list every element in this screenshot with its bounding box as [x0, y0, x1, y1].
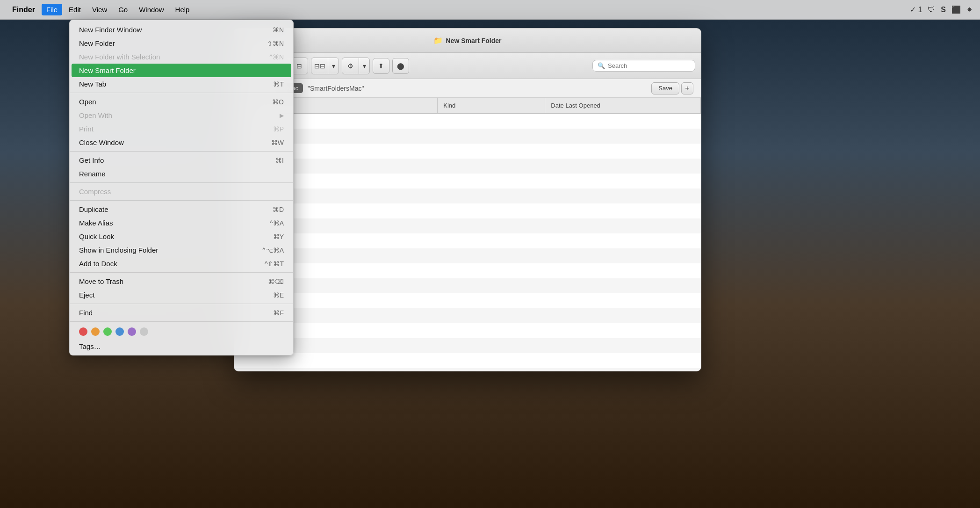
- menu-item-show-enclosing[interactable]: Show in Enclosing Folder ^⌥⌘A: [70, 243, 293, 257]
- add-button[interactable]: +: [681, 82, 693, 94]
- menu-item-label: Move to Trash: [79, 277, 123, 285]
- menubar-finder[interactable]: Finder: [7, 4, 40, 16]
- search-scope-text: "SmartFoldersMac": [308, 85, 364, 92]
- menu-item-new-tab[interactable]: New Tab ⌘T: [70, 77, 293, 91]
- menu-separator-3: [70, 182, 293, 183]
- menu-item-label: New Tab: [79, 80, 106, 88]
- menu-item-shortcut: ⌘T: [273, 80, 284, 88]
- tag-red[interactable]: [79, 327, 87, 336]
- view-options-dropdown-btn[interactable]: ▾: [328, 58, 339, 74]
- tag-blue[interactable]: [115, 327, 124, 336]
- tag-purple[interactable]: [128, 327, 136, 336]
- table-body: [234, 114, 701, 371]
- menu-item-add-to-dock[interactable]: Add to Dock ^⇧⌘T: [70, 257, 293, 270]
- menu-item-label: Add to Dock: [79, 260, 117, 268]
- save-button[interactable]: Save: [651, 82, 679, 94]
- shield-icon[interactable]: 🛡: [928, 6, 935, 14]
- menu-item-new-smart-folder[interactable]: New Smart Folder: [72, 64, 291, 77]
- window-title-text: New Smart Folder: [446, 37, 501, 44]
- menu-item-new-finder-window[interactable]: New Finder Window ⌘N: [70, 23, 293, 36]
- menu-item-tags[interactable]: Tags…: [70, 341, 293, 352]
- tag-orange[interactable]: [91, 327, 100, 336]
- menu-item-get-info[interactable]: Get Info ⌘I: [70, 153, 293, 167]
- search-bar[interactable]: 🔍: [592, 60, 695, 72]
- menu-item-make-alias[interactable]: Make Alias ^⌘A: [70, 216, 293, 230]
- menu-separator-7: [70, 321, 293, 322]
- menubar-view[interactable]: View: [87, 4, 112, 15]
- menu-item-shortcut: ⌘⌫: [268, 278, 284, 285]
- search-input[interactable]: [608, 62, 690, 69]
- menu-item-label: New Finder Window: [79, 26, 142, 34]
- screen-icon[interactable]: ⬛: [951, 5, 961, 14]
- menu-item-label: New Folder: [79, 39, 115, 47]
- menu-item-open[interactable]: Open ⌘O: [70, 95, 293, 109]
- table-header: Name ▲ Kind Date Last Opened: [234, 98, 701, 114]
- menu-item-label: Open: [79, 98, 96, 106]
- menu-item-shortcut: ⌘D: [273, 206, 284, 213]
- dots-icon[interactable]: ⁕: [966, 5, 973, 14]
- search-actions: Save +: [651, 82, 693, 94]
- share-btn[interactable]: ⬆: [373, 58, 389, 74]
- menu-item-shortcut: ⌘O: [272, 98, 284, 106]
- menu-item-new-folder[interactable]: New Folder ⇧⌘N: [70, 36, 293, 50]
- menu-separator-4: [70, 200, 293, 201]
- menu-item-label: Print: [79, 125, 94, 133]
- menu-item-label: Compress: [79, 188, 111, 196]
- column-kind-label: Kind: [443, 102, 455, 109]
- menu-item-shortcut: ⌘I: [275, 157, 284, 164]
- menubar: Finder File Edit View Go Window Help ✓ 1…: [0, 0, 980, 20]
- s-icon[interactable]: S: [941, 6, 946, 14]
- menu-separator-2: [70, 151, 293, 152]
- window-titlebar: 📁 New Smart Folder: [234, 29, 701, 53]
- menu-item-find[interactable]: Find ⌘F: [70, 306, 293, 319]
- tags-section: [70, 324, 293, 340]
- menu-item-label: Close Window: [79, 138, 124, 146]
- menubar-window[interactable]: Window: [134, 4, 168, 15]
- column-date[interactable]: Date Last Opened: [545, 98, 701, 113]
- menu-item-shortcut: ^⌘A: [270, 219, 284, 227]
- menubar-file[interactable]: File: [42, 4, 62, 15]
- gear-btn[interactable]: ⚙: [342, 58, 359, 74]
- menu-item-eject[interactable]: Eject ⌘E: [70, 288, 293, 302]
- menu-item-print[interactable]: Print ⌘P: [70, 122, 293, 136]
- menu-item-new-folder-selection[interactable]: New Folder with Selection ^⌘N: [70, 50, 293, 64]
- menu-item-label: Duplicate: [79, 205, 108, 213]
- smart-folder-icon: 📁: [433, 36, 443, 45]
- menubar-help[interactable]: Help: [171, 4, 195, 15]
- menu-item-close-window[interactable]: Close Window ⌘W: [70, 136, 293, 149]
- tag-gray[interactable]: [140, 327, 148, 336]
- menu-item-move-to-trash[interactable]: Move to Trash ⌘⌫: [70, 275, 293, 288]
- menu-separator-5: [70, 272, 293, 273]
- menu-item-label: Make Alias: [79, 219, 113, 227]
- menu-separator-1: [70, 93, 293, 93]
- tag-btn[interactable]: ⬤: [392, 58, 409, 74]
- menubar-left: Finder File Edit View Go Window Help: [7, 4, 194, 16]
- menu-item-shortcut: ⌘F: [273, 309, 284, 317]
- menubar-edit[interactable]: Edit: [64, 4, 86, 15]
- menu-item-duplicate[interactable]: Duplicate ⌘D: [70, 203, 293, 216]
- view-options-group: ⊟⊟ ▾: [311, 58, 339, 74]
- menu-item-shortcut: ^⌘N: [269, 53, 284, 61]
- menu-item-label: Show in Enclosing Folder: [79, 246, 158, 254]
- menu-item-compress[interactable]: Compress: [70, 185, 293, 198]
- menu-item-label: Get Info: [79, 156, 104, 164]
- view-options-btn[interactable]: ⊟⊟: [311, 58, 328, 74]
- menubar-go[interactable]: Go: [114, 4, 132, 15]
- file-menu: New Finder Window ⌘N New Folder ⇧⌘N New …: [69, 20, 294, 356]
- menu-item-label: Eject: [79, 291, 94, 299]
- menu-item-shortcut: ^⇧⌘T: [265, 260, 284, 268]
- tag-green[interactable]: [103, 327, 112, 336]
- column-kind[interactable]: Kind: [438, 98, 545, 113]
- check-icon[interactable]: ✓ 1: [910, 5, 922, 14]
- menu-item-label: Open With: [79, 111, 112, 119]
- menu-item-label: New Smart Folder: [79, 66, 136, 74]
- gear-dropdown-btn[interactable]: ▾: [359, 58, 369, 74]
- menu-item-quick-look[interactable]: Quick Look ⌘Y: [70, 230, 293, 243]
- menu-item-label: Quick Look: [79, 232, 114, 240]
- menu-item-shortcut: ⌘Y: [273, 233, 284, 240]
- window-title: 📁 New Smart Folder: [433, 36, 501, 45]
- finder-window: 📁 New Smart Folder ⊞ ≡ ⬜ ⊟ ⊟⊟ ▾ ⚙ ▾ ⬆ ⬤ …: [234, 28, 701, 371]
- menu-item-open-with[interactable]: Open With ▶: [70, 109, 293, 122]
- submenu-arrow-icon: ▶: [280, 112, 284, 119]
- menu-item-rename[interactable]: Rename: [70, 167, 293, 181]
